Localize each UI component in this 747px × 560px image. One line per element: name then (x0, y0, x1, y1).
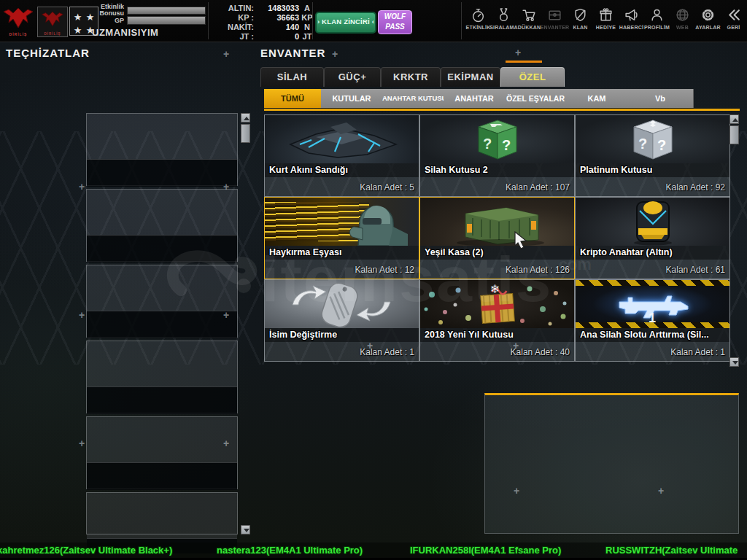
item-kurt-akini-sandigi[interactable]: Kurt Akını Sandığı Kalan Adet : 5 (264, 114, 419, 197)
item-2018-yeni-yil-kutusu[interactable]: ❄ 2018 Yeni Yıl Kutusu Kalan Adet : 40 (419, 279, 575, 362)
plus-decoration: + (79, 438, 85, 449)
plus-decoration: + (79, 309, 85, 321)
logo-subtitle: DİRİLİŞ (2, 32, 34, 36)
item-image: ❄ (420, 280, 574, 328)
megaphone-icon (624, 7, 639, 23)
subtab-vb[interactable]: Vb (627, 89, 694, 108)
clan-mark-box[interactable]: DİRİLİŞ (37, 7, 68, 37)
tab-krktr[interactable]: KRKTR (381, 67, 441, 87)
equipment-scroll-up-button[interactable] (241, 113, 250, 122)
item-name: Yeşil Kasa (2) (420, 246, 574, 260)
item-silah-kutusu-2[interactable]: ? ? Silah Kutusu 2 Kalan Adet : 107 (419, 114, 575, 197)
equipment-slot-bar (87, 462, 237, 490)
klan-zinciri-button[interactable]: › KLAN ZİNCİRİ ‹ (315, 12, 376, 34)
wolf-emblem-icon (2, 6, 34, 32)
item-image (576, 198, 729, 246)
nav-geri[interactable]: GERİ (721, 3, 746, 39)
nav-hediye[interactable]: HEDİYE (593, 3, 619, 39)
item-platinum-kutusu[interactable]: ? ? Platinum Kutusu Kalan Adet : 92 (575, 114, 730, 197)
svg-text:1: 1 (649, 311, 656, 325)
tab-ekipman[interactable]: EKİPMAN (441, 67, 500, 87)
kp-value: 36663 (254, 13, 299, 23)
svg-text:?: ? (638, 136, 647, 152)
item-name: Kurt Akını Sandığı (265, 163, 419, 177)
inventory-scroll-up-button[interactable] (729, 114, 739, 124)
down-arrow-icon (244, 529, 249, 532)
nav-klan[interactable]: KLAN (568, 3, 593, 39)
item-yesil-kasa[interactable]: Yeşil Kasa (2) Kalan Adet : 126 (419, 197, 575, 279)
item-image: ? ? (420, 115, 574, 163)
subtab-anahtar[interactable]: ANAHTAR (444, 89, 506, 108)
nakit-label: NAKİT: (210, 23, 254, 32)
subtab-kam[interactable]: KAM (566, 89, 628, 108)
wolf-pass-button[interactable]: WOLF PASS (378, 10, 412, 34)
currency-row-jt: JT : 0 JT (210, 32, 315, 42)
etkinlik-bonus-label: Etkinlik Bonusu (92, 4, 124, 17)
tab-guc[interactable]: GÜÇ+ (324, 67, 381, 87)
item-name: Platinum Kutusu (576, 163, 729, 177)
item-count: Kalan Adet : 40 (511, 347, 570, 357)
gp-progress-bar (127, 16, 206, 25)
equipment-slot-image (87, 417, 237, 462)
person-icon (649, 7, 665, 23)
altin-value: 1483033 (254, 4, 299, 13)
nav-haberci[interactable]: HABERCİ (619, 3, 644, 39)
item-isim-degistirme[interactable]: İsim Değiştirme Kalan Adet : 1 (264, 279, 419, 362)
inventory-scroll-down-button[interactable] (729, 357, 739, 367)
nav-dukkan[interactable]: DÜKKAN (516, 3, 542, 39)
top-bar: DİRİLİŞ DİRİLİŞ ★★ ★★ Etkinlik Bonusu GP… (0, 0, 747, 42)
subtab-tumu[interactable]: TÜMÜ (264, 89, 322, 108)
nav-ayarlar[interactable]: AYARLAR (695, 3, 721, 39)
active-tab-accent-line (506, 61, 542, 63)
rank-star-icon: ★ (71, 25, 84, 36)
equipment-slot-image (87, 190, 237, 235)
equipment-slot[interactable] (86, 416, 238, 489)
nav-siralama[interactable]: SIRALAMA (491, 3, 516, 39)
subtab-anahtar-kutusu[interactable]: ANAHTAR KUTUSU (382, 89, 444, 108)
item-image (420, 198, 574, 246)
svg-text:❄: ❄ (490, 283, 500, 295)
nav-profilim[interactable]: PROFİLİM (644, 3, 670, 39)
item-image: ? ? (576, 115, 729, 163)
tab-ozel[interactable]: ÖZEL (500, 67, 565, 87)
altin-label: ALTIN: (210, 4, 254, 13)
equipment-slot-bar (87, 311, 237, 338)
item-image (265, 115, 419, 163)
item-ana-silah-slotu-arttirma[interactable]: 1 Ana Silah Slotu Arttırma (Sil... Kalan… (575, 279, 730, 362)
inventory-panel-title: ENVANTER (260, 47, 325, 59)
gear-icon (700, 7, 716, 23)
item-name: 2018 Yeni Yıl Kutusu (420, 328, 574, 342)
equipment-slot[interactable] (86, 113, 238, 186)
currency-row-kp: KP : 36663 KP (210, 13, 315, 23)
kp-label: KP : (210, 13, 254, 23)
item-kripto-anahtar-altin[interactable]: Kripto Anahtar (Altın) Kalan Adet : 61 (575, 197, 730, 279)
nav-envanter[interactable]: ENVANTER (542, 3, 568, 39)
equipment-scrollbar-thumb[interactable] (241, 124, 250, 143)
nakit-value: 140 (254, 23, 299, 32)
rank-star-icon: ★ (71, 12, 84, 23)
item-haykirma-esyasi[interactable]: Haykırma Eşyası Kalan Adet : 12 (264, 197, 419, 279)
nav-etkinlik[interactable]: ETKİNLİK (465, 3, 491, 39)
up-arrow-icon (244, 117, 249, 120)
jt-value: 0 (254, 32, 299, 42)
inventory-scrollbar-thumb[interactable] (729, 125, 739, 144)
equipment-scroll-down-button[interactable] (241, 525, 250, 534)
inventory-subtabs: TÜMÜ KUTULAR ANAHTAR KUTUSU ANAHTAR ÖZEL… (264, 89, 740, 111)
item-count: Kalan Adet : 1 (360, 347, 414, 357)
nav-web[interactable]: WEB (670, 3, 695, 39)
equipment-slot[interactable] (86, 265, 238, 338)
subtab-kutular[interactable]: KUTULAR (321, 89, 383, 108)
item-name: İsim Değiştirme (265, 328, 419, 342)
subtab-ozel-esyalar[interactable]: ÖZEL EŞYALAR (505, 89, 567, 108)
wolfteam-logo: DİRİLİŞ (2, 6, 34, 38)
equipment-slot[interactable] (86, 189, 238, 262)
svg-text:?: ? (483, 136, 492, 152)
tab-silah[interactable]: SİLAH (260, 67, 324, 87)
equipment-slot-image (87, 493, 237, 538)
equipment-slot[interactable] (86, 341, 238, 413)
game-screen: DİRİLİŞ DİRİLİŞ ★★ ★★ Etkinlik Bonusu GP… (0, 0, 747, 560)
equipment-slot[interactable] (86, 492, 238, 534)
plus-decoration: + (515, 47, 521, 58)
globe-icon (675, 7, 690, 23)
top-nav: ETKİNLİK SIRALAMA DÜKKAN ENVANTER KLAN H… (465, 3, 747, 39)
